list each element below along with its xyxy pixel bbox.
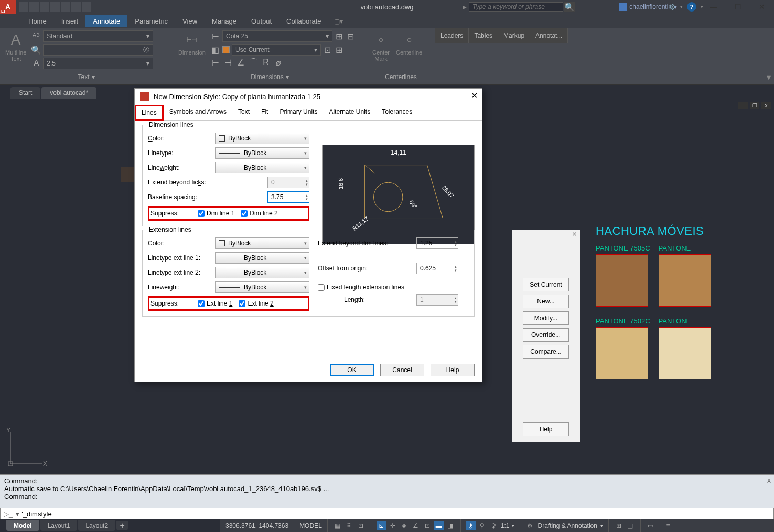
- qat-plot-icon[interactable]: [61, 2, 70, 12]
- offset-input[interactable]: 0.625: [416, 263, 458, 274]
- add-layout-button[interactable]: +: [116, 521, 128, 530]
- transparency-icon[interactable]: ◨: [446, 521, 455, 530]
- ext-lineweight-combo[interactable]: ByBlock: [215, 281, 309, 293]
- app-icon[interactable]: A: [0, 0, 16, 14]
- tab-lines[interactable]: Lines: [135, 105, 164, 121]
- tab-primary-units[interactable]: Primary Units: [274, 105, 323, 121]
- isolate-icon[interactable]: ◫: [626, 521, 635, 530]
- panel-annotation-scaling[interactable]: Annotat...: [530, 28, 568, 43]
- panel-leaders[interactable]: Leaders: [435, 28, 469, 43]
- tab-text[interactable]: Text: [232, 105, 255, 121]
- model-toggle[interactable]: MODEL: [294, 519, 328, 532]
- panel-title-dimensions[interactable]: Dimensions ▾: [177, 72, 362, 82]
- doc-close-icon[interactable]: x: [761, 102, 771, 109]
- maximize-button[interactable]: ☐: [726, 0, 750, 14]
- text-height-icon[interactable]: A: [31, 59, 41, 68]
- centerline-button[interactable]: ⊖ Centerline: [395, 30, 423, 57]
- qat-undo-icon[interactable]: [71, 2, 81, 12]
- doc-restore-icon[interactable]: ❐: [750, 102, 759, 109]
- doc-minimize-icon[interactable]: —: [738, 102, 748, 109]
- polar-icon[interactable]: ✛: [388, 521, 397, 530]
- dimstyle-manager-close-icon[interactable]: ×: [572, 230, 577, 239]
- tab-collaborate[interactable]: Collaborate: [279, 15, 329, 27]
- ok-button[interactable]: OK: [330, 364, 374, 376]
- dialog-titlebar[interactable]: New Dimension Style: Copy of planta huma…: [135, 89, 482, 104]
- monitor-icon[interactable]: ⊞: [614, 521, 624, 530]
- chk-extline2[interactable]: Ext line 2: [239, 300, 273, 307]
- qat-new-icon[interactable]: [19, 2, 28, 12]
- grid-icon[interactable]: ▦: [333, 521, 342, 530]
- chk-fixed-length-input[interactable]: [318, 284, 325, 291]
- dim-angular-icon[interactable]: ∠: [236, 58, 245, 67]
- abc-icon[interactable]: ᴬᴮ: [31, 31, 41, 41]
- dim-linear-icon[interactable]: ⊢: [211, 58, 220, 67]
- featured-apps-icon[interactable]: ▢▾: [334, 18, 343, 25]
- override-button[interactable]: Override...: [523, 328, 569, 342]
- chk-extline1[interactable]: Ext line 1: [198, 300, 232, 307]
- dim-style-combo[interactable]: Cota 25▾: [222, 30, 332, 42]
- multiline-text-button[interactable]: A Multiline Text: [4, 30, 27, 63]
- dim-layer-combo[interactable]: Use Current▾: [232, 44, 321, 56]
- center-mark-button[interactable]: ⊕ Center Mark: [371, 30, 391, 63]
- dim-arc-icon[interactable]: ⌒: [249, 58, 258, 67]
- layout-tab-1[interactable]: Layout1: [40, 520, 78, 531]
- chevron-down-icon[interactable]: ▾: [680, 4, 683, 9]
- qat-saveas-icon[interactable]: [50, 2, 60, 12]
- coords-display[interactable]: 3306.3761, 1404.7363: [220, 519, 294, 532]
- snap-icon[interactable]: ⠿: [345, 521, 354, 530]
- panel-tables[interactable]: Tables: [469, 28, 498, 43]
- chk-dimline1[interactable]: Dim line 1: [198, 210, 234, 217]
- chk-extline2-input[interactable]: [239, 300, 245, 307]
- dim-layer-icon[interactable]: ◧: [211, 45, 220, 55]
- iso-icon[interactable]: ◈: [400, 521, 409, 530]
- layout-tab-2[interactable]: Layout2: [78, 520, 115, 531]
- extend-ticks-input[interactable]: 0: [267, 177, 309, 188]
- find-icon[interactable]: 🔍: [31, 45, 41, 55]
- osnap-icon[interactable]: ⊡: [423, 521, 432, 530]
- chk-extline1-input[interactable]: [198, 300, 205, 307]
- search-icon[interactable]: 🔍: [564, 2, 575, 12]
- chk-dimline2[interactable]: Dim line 2: [241, 210, 277, 217]
- cancel-button[interactable]: Cancel: [380, 364, 424, 376]
- dim-extra4-icon[interactable]: ⊞: [335, 45, 344, 55]
- dim-lineweight-combo[interactable]: ByBlock: [215, 162, 309, 173]
- tab-annotate[interactable]: Annotate: [85, 15, 127, 27]
- panel-markup[interactable]: Markup: [498, 28, 530, 43]
- new-button[interactable]: New...: [523, 295, 569, 308]
- dim-extra1-icon[interactable]: ⊞: [335, 31, 344, 41]
- otrack-icon[interactable]: ∠: [411, 521, 421, 530]
- chk-dimline1-input[interactable]: [198, 210, 205, 217]
- ribbon-expand-icon[interactable]: ▾: [767, 72, 771, 82]
- panel-title-centerlines[interactable]: Centerlines: [371, 72, 431, 82]
- file-tab-start[interactable]: Start: [10, 87, 40, 99]
- compare-button[interactable]: Compare...: [523, 345, 569, 359]
- workspace-combo[interactable]: Drafting & Annotation: [538, 522, 597, 529]
- dialog-close-button[interactable]: ✕: [471, 91, 478, 101]
- command-input[interactable]: ▷_ ▾ '_dimstyle: [0, 508, 774, 519]
- tab-symbols[interactable]: Symbols and Arrows: [164, 105, 232, 121]
- infer-icon[interactable]: ⊡: [356, 521, 366, 530]
- dim-extra2-icon[interactable]: ⊟: [346, 31, 356, 41]
- dim-color-combo[interactable]: ByBlock: [215, 133, 309, 144]
- close-button[interactable]: ✕: [750, 0, 774, 14]
- chk-fixed-length[interactable]: Fixed length extension lines: [318, 284, 404, 291]
- gear-icon[interactable]: ⚙: [525, 521, 535, 530]
- exchange-icon[interactable]: ⚙: [669, 2, 676, 12]
- tab-view[interactable]: View: [175, 15, 205, 27]
- help-button[interactable]: Help: [431, 364, 475, 376]
- ext-linetype2-combo[interactable]: ByBlock: [215, 267, 309, 278]
- customize-icon[interactable]: ≡: [663, 521, 673, 530]
- minimize-button[interactable]: —: [702, 0, 726, 14]
- dim-linetype-combo[interactable]: ByBlock: [215, 147, 309, 159]
- find-text-input[interactable]: Ⓐ: [43, 44, 153, 56]
- qat-open-icon[interactable]: [29, 2, 39, 12]
- search-dropdown-icon[interactable]: ▶: [463, 4, 467, 10]
- layout-tab-model[interactable]: Model: [6, 520, 39, 531]
- dim-extra3-icon[interactable]: ⊡: [323, 45, 332, 55]
- annoscale-icon[interactable]: ⚷: [466, 521, 476, 530]
- clean-screen-icon[interactable]: ▭: [646, 521, 655, 530]
- find-go-icon[interactable]: Ⓐ: [143, 46, 149, 55]
- modify-button[interactable]: Modify...: [523, 311, 569, 325]
- qat-save-icon[interactable]: [40, 2, 49, 12]
- tab-fit[interactable]: Fit: [255, 105, 274, 121]
